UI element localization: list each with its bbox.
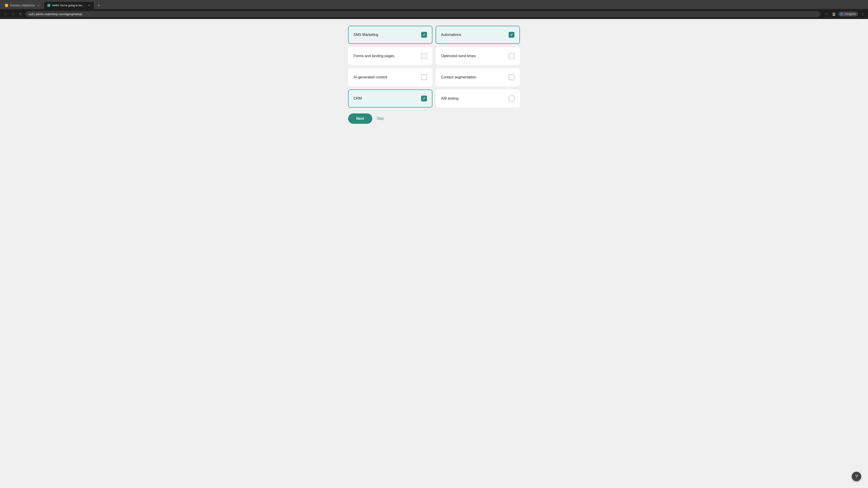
option-ai-generated-content[interactable]: AI-generated content — [348, 68, 432, 86]
option-contact-segmentation[interactable]: Contact segmentation — [436, 68, 520, 86]
ai-generated-content-checkbox[interactable] — [421, 74, 427, 80]
back-button[interactable]: ← — [3, 11, 9, 17]
nav-buttons: ← → ↻ — [3, 11, 24, 17]
address-input[interactable] — [25, 11, 820, 17]
page-content: SMS Marketing Automations Forms and land… — [0, 19, 868, 488]
contact-segmentation-label: Contact segmentation — [441, 75, 476, 79]
tabs-bar: M Success | Mailchimp ✕ M Hello! You're … — [0, 0, 868, 9]
skip-link[interactable]: Skip — [377, 117, 384, 121]
option-automations[interactable]: Automations — [436, 26, 520, 44]
toolbar-right: ☆ 👤 Incognito ⋮ — [824, 11, 865, 17]
tab-2-favicon: M — [47, 4, 51, 7]
tab-2-title: Hello! You're going to love it he... — [52, 4, 85, 7]
profile-icon[interactable] — [831, 11, 837, 17]
actions-row: Next Skip — [348, 113, 520, 124]
bookmark-icon[interactable]: ☆ — [824, 11, 829, 17]
ab-testing-label: A/B testing — [441, 96, 458, 101]
incognito-badge[interactable]: 👤 Incognito — [838, 11, 858, 17]
browser-chrome: M Success | Mailchimp ✕ M Hello! You're … — [0, 0, 868, 19]
svg-text:👤: 👤 — [840, 13, 843, 15]
crm-checkbox[interactable] — [421, 96, 427, 101]
incognito-label: Incognito — [845, 12, 856, 15]
crm-label: CRM — [353, 96, 362, 101]
svg-point-1 — [833, 13, 835, 14]
optimized-send-times-checkbox[interactable] — [508, 53, 515, 59]
ai-generated-content-label: AI-generated content — [353, 75, 387, 79]
forms-landing-pages-checkbox[interactable] — [421, 53, 427, 59]
forms-landing-pages-label: Forms and landing pages — [353, 54, 395, 58]
next-button[interactable]: Next — [348, 113, 372, 124]
help-icon: ? — [855, 474, 858, 479]
option-sms-marketing[interactable]: SMS Marketing — [348, 26, 432, 44]
option-optimized-send-times[interactable]: Optimized send times — [436, 47, 520, 65]
sms-marketing-checkbox[interactable] — [421, 32, 427, 38]
tab-2[interactable]: M Hello! You're going to love it he... ✕ — [44, 2, 94, 9]
main-container: SMS Marketing Automations Forms and land… — [348, 26, 520, 481]
option-ab-testing[interactable]: A/B testing — [436, 90, 520, 107]
tab-1-close[interactable]: ✕ — [36, 4, 40, 7]
help-button[interactable]: ? — [852, 472, 861, 481]
option-forms-landing-pages[interactable]: Forms and landing pages — [348, 47, 432, 65]
contact-segmentation-checkbox[interactable] — [508, 74, 515, 80]
ab-testing-checkbox[interactable] — [508, 96, 515, 101]
optimized-send-times-label: Optimized send times — [441, 54, 476, 58]
option-crm[interactable]: CRM — [348, 90, 432, 107]
automations-label: Automations — [441, 33, 461, 37]
forward-button[interactable]: → — [10, 11, 16, 17]
address-bar: ← → ↻ ☆ 👤 Incognito ⋮ — [0, 9, 868, 19]
automations-checkbox[interactable] — [508, 32, 515, 38]
tab-1-favicon: M — [5, 4, 8, 7]
menu-icon[interactable]: ⋮ — [860, 11, 865, 17]
sms-marketing-label: SMS Marketing — [353, 33, 378, 37]
options-grid: SMS Marketing Automations Forms and land… — [348, 26, 520, 107]
tab-2-close[interactable]: ✕ — [87, 4, 91, 7]
svg-point-2 — [833, 15, 835, 16]
reload-button[interactable]: ↻ — [17, 11, 24, 17]
tab-1-title: Success | Mailchimp — [10, 4, 35, 7]
new-tab-button[interactable]: + — [96, 2, 102, 8]
tab-1[interactable]: M Success | Mailchimp ✕ — [2, 2, 43, 9]
